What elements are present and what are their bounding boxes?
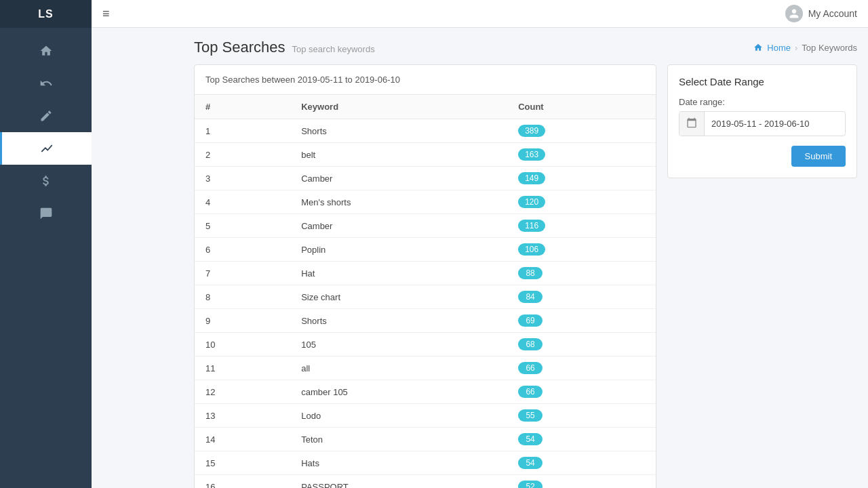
submit-button[interactable]: Submit (791, 146, 846, 167)
cell-num: 13 (195, 404, 290, 428)
cell-num: 8 (195, 285, 290, 309)
breadcrumb: Home › Top Keywords (753, 43, 857, 53)
table-row: 6 Poplin 106 (195, 238, 656, 262)
cell-keyword: belt (290, 143, 507, 167)
cell-keyword: Size chart (290, 285, 507, 309)
cell-keyword: camber 105 (290, 380, 507, 404)
cell-count: 68 (507, 333, 656, 357)
cell-num: 10 (195, 333, 290, 357)
count-badge: 69 (518, 314, 542, 327)
search-table: # Keyword Count 1 Shorts 389 2 belt 163 … (195, 95, 656, 488)
sidebar-item-chat[interactable] (0, 197, 92, 230)
table-header-row: # Keyword Count (195, 95, 656, 119)
sidebar-item-edit[interactable] (0, 100, 92, 132)
cell-count: 389 (507, 119, 656, 143)
cell-count: 69 (507, 309, 656, 333)
cell-count: 163 (507, 143, 656, 167)
avatar (785, 5, 803, 22)
page-subtitle: Top search keywords (292, 44, 375, 54)
sidebar: LS (0, 0, 92, 488)
count-badge: 66 (518, 362, 542, 374)
cell-count: 66 (507, 357, 656, 380)
table-row: 12 camber 105 66 (195, 380, 656, 404)
cell-num: 11 (195, 357, 290, 380)
cell-keyword: Poplin (290, 238, 507, 262)
table-row: 2 belt 163 (195, 143, 656, 167)
table-row: 15 Hats 54 (195, 451, 656, 475)
count-badge: 106 (518, 243, 545, 256)
cell-count: 120 (507, 190, 656, 214)
page-header: Top Searches Top search keywords Home › … (194, 39, 857, 56)
table-row: 10 105 68 (195, 333, 656, 357)
cell-count: 106 (507, 238, 656, 262)
sidebar-logo: LS (0, 0, 92, 28)
topbar: ≡ My Account (92, 0, 868, 28)
cell-num: 4 (195, 190, 290, 214)
date-range-input[interactable] (705, 113, 845, 134)
cell-count: 149 (507, 167, 656, 190)
date-panel-title: Select Date Range (679, 76, 846, 87)
cell-num: 16 (195, 475, 290, 489)
breadcrumb-sep: › (795, 43, 797, 53)
table-row: 4 Men's shorts 120 (195, 190, 656, 214)
cell-keyword: Camber (290, 214, 507, 238)
cell-keyword: Lodo (290, 404, 507, 428)
count-badge: 52 (518, 481, 542, 488)
cell-num: 12 (195, 380, 290, 404)
cell-keyword: Shorts (290, 119, 507, 143)
cell-count: 54 (507, 428, 656, 451)
cell-num: 3 (195, 167, 290, 190)
table-row: 9 Shorts 69 (195, 309, 656, 333)
cell-keyword: Teton (290, 428, 507, 451)
count-badge: 120 (518, 196, 545, 208)
col-keyword: Keyword (290, 95, 507, 119)
count-badge: 54 (518, 457, 542, 469)
cell-count: 116 (507, 214, 656, 238)
cell-num: 7 (195, 262, 290, 285)
table-row: 1 Shorts 389 (195, 119, 656, 143)
sidebar-item-chart[interactable] (0, 132, 92, 165)
sidebar-item-undo[interactable] (0, 67, 92, 100)
cell-count: 54 (507, 451, 656, 475)
table-row: 5 Camber 116 (195, 214, 656, 238)
count-badge: 149 (518, 172, 545, 184)
main-content: Top Searches Top search keywords Home › … (183, 28, 868, 488)
table-panel: Top Searches between 2019-05-11 to 2019-… (194, 64, 656, 488)
count-badge: 163 (518, 148, 545, 161)
cell-num: 6 (195, 238, 290, 262)
calendar-icon (679, 112, 705, 136)
col-count: Count (507, 95, 656, 119)
home-breadcrumb-icon (753, 43, 763, 52)
hamburger-icon[interactable]: ≡ (102, 7, 110, 21)
cell-num: 1 (195, 119, 290, 143)
col-num: # (195, 95, 290, 119)
cell-num: 9 (195, 309, 290, 333)
content-layout: Top Searches between 2019-05-11 to 2019-… (194, 64, 857, 488)
sidebar-item-home[interactable] (0, 35, 92, 67)
cell-count: 55 (507, 404, 656, 428)
account-label: My Account (808, 8, 857, 19)
cell-keyword: Camber (290, 167, 507, 190)
sidebar-item-dollar[interactable] (0, 165, 92, 197)
count-badge: 84 (518, 291, 542, 303)
cell-count: 84 (507, 285, 656, 309)
date-range-label: Date range: (679, 97, 846, 107)
sidebar-nav (0, 28, 92, 230)
breadcrumb-current: Top Keywords (802, 43, 857, 53)
table-row: 13 Lodo 55 (195, 404, 656, 428)
table-row: 8 Size chart 84 (195, 285, 656, 309)
page-title: Top Searches (194, 39, 285, 56)
account-menu[interactable]: My Account (785, 5, 857, 22)
breadcrumb-home[interactable]: Home (767, 43, 791, 53)
cell-keyword: 105 (290, 333, 507, 357)
count-badge: 389 (518, 125, 545, 137)
date-input-wrap (679, 111, 846, 136)
cell-keyword: Men's shorts (290, 190, 507, 214)
count-badge: 116 (518, 220, 545, 232)
cell-keyword: Hat (290, 262, 507, 285)
date-panel: Select Date Range Date range: Submit (667, 64, 857, 178)
table-row: 14 Teton 54 (195, 428, 656, 451)
table-panel-header: Top Searches between 2019-05-11 to 2019-… (195, 65, 656, 95)
count-badge: 66 (518, 386, 542, 398)
cell-num: 2 (195, 143, 290, 167)
